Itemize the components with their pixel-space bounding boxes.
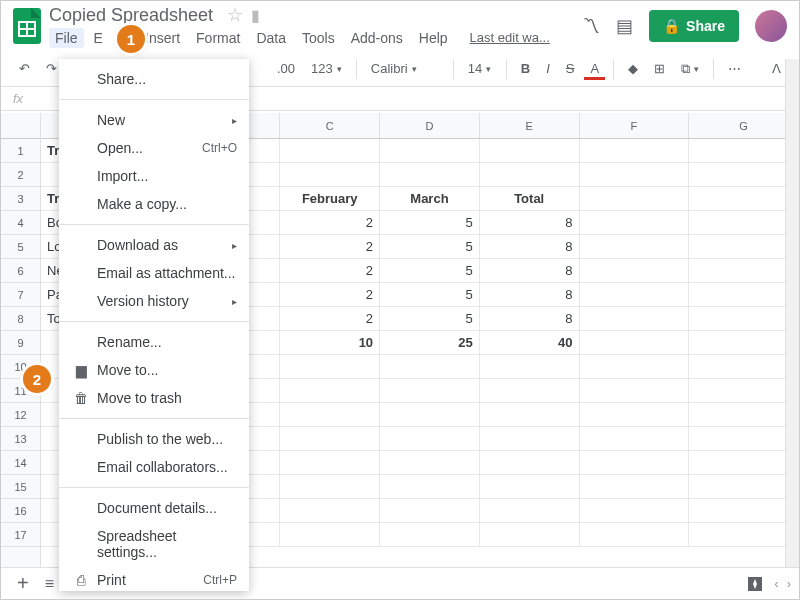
menu-data[interactable]: Data: [250, 28, 292, 48]
merge-button[interactable]: ⧉: [675, 57, 705, 81]
scroll-left-button[interactable]: ‹: [774, 576, 778, 591]
col-header[interactable]: E: [480, 113, 580, 138]
strike-button[interactable]: S: [560, 57, 581, 80]
cell[interactable]: 8: [480, 307, 580, 331]
last-edit-link[interactable]: Last edit wa...: [464, 28, 556, 48]
italic-button[interactable]: I: [540, 57, 556, 80]
font-family-select[interactable]: Calibri: [365, 57, 445, 80]
row-header[interactable]: 15: [1, 475, 40, 499]
row-header[interactable]: 9: [1, 331, 40, 355]
menu-help[interactable]: Help: [413, 28, 454, 48]
document-title[interactable]: Copied Spreadsheet: [49, 5, 213, 25]
cell[interactable]: 10: [280, 331, 380, 355]
cell[interactable]: 8: [480, 235, 580, 259]
folder-icon[interactable]: ▮: [251, 6, 260, 25]
avatar[interactable]: [755, 10, 787, 42]
vertical-scrollbar-track[interactable]: [785, 59, 799, 567]
comments-icon[interactable]: ▤: [616, 15, 633, 37]
menu-print[interactable]: ⎙PrintCtrl+P: [59, 566, 249, 594]
menu-insert[interactable]: Insert: [139, 28, 186, 48]
cell[interactable]: 8: [480, 259, 580, 283]
cell[interactable]: 40: [480, 331, 580, 355]
cell[interactable]: 5: [380, 307, 480, 331]
cell[interactable]: 5: [380, 211, 480, 235]
menu-tools[interactable]: Tools: [296, 28, 341, 48]
text-color-button[interactable]: A: [584, 57, 605, 80]
menu-docdetails[interactable]: Document details...: [59, 494, 249, 522]
col-header[interactable]: F: [580, 113, 690, 138]
row-header[interactable]: 4: [1, 211, 40, 235]
cell[interactable]: 2: [280, 283, 380, 307]
row-header[interactable]: 7: [1, 283, 40, 307]
cell[interactable]: 5: [380, 235, 480, 259]
row-header[interactable]: 12: [1, 403, 40, 427]
menu-open[interactable]: Open...Ctrl+O: [59, 134, 249, 162]
menu-publish[interactable]: Publish to the web...: [59, 425, 249, 453]
cell[interactable]: 25: [380, 331, 480, 355]
add-sheet-button[interactable]: +: [9, 572, 37, 595]
row-header[interactable]: 13: [1, 427, 40, 451]
cell[interactable]: 2: [280, 211, 380, 235]
row-header[interactable]: 2: [1, 163, 40, 187]
col-header[interactable]: C: [280, 113, 380, 138]
more-toolbar-button[interactable]: ⋯: [722, 57, 747, 80]
row-header[interactable]: 5: [1, 235, 40, 259]
cell[interactable]: March: [380, 187, 480, 211]
file-menu-dropdown: Share... New▸ Open...Ctrl+O Import... Ma…: [59, 59, 249, 591]
scroll-right-button[interactable]: ›: [787, 576, 791, 591]
cell[interactable]: 2: [280, 259, 380, 283]
row-header[interactable]: 8: [1, 307, 40, 331]
number-format-button[interactable]: 123: [305, 57, 348, 80]
select-all-corner[interactable]: [1, 113, 40, 139]
activity-icon[interactable]: 〽: [582, 16, 600, 37]
row-header[interactable]: 6: [1, 259, 40, 283]
share-button[interactable]: 🔒 Share: [649, 10, 739, 42]
menu-edit-trunc[interactable]: E: [88, 28, 109, 48]
cell[interactable]: 5: [380, 283, 480, 307]
menu-addons[interactable]: Add-ons: [345, 28, 409, 48]
menu-import[interactable]: Import...: [59, 162, 249, 190]
fill-color-button[interactable]: ◆: [622, 57, 644, 80]
col-header[interactable]: G: [689, 113, 799, 138]
menu-file[interactable]: File: [49, 28, 84, 48]
lock-icon: 🔒: [663, 18, 680, 34]
menu-download[interactable]: Download as▸: [59, 231, 249, 259]
row-header[interactable]: 14: [1, 451, 40, 475]
row-header[interactable]: 17: [1, 523, 40, 547]
collapse-toolbar-button[interactable]: ᐱ: [766, 57, 787, 80]
menu-versionhistory[interactable]: Version history▸: [59, 287, 249, 315]
cell[interactable]: February: [280, 187, 380, 211]
explore-button[interactable]: [744, 573, 766, 595]
font-size-select[interactable]: 14: [462, 57, 498, 80]
callout-badge-1: 1: [117, 25, 145, 53]
menu-settings[interactable]: Spreadsheet settings...: [59, 522, 249, 566]
col-header[interactable]: D: [380, 113, 480, 138]
row-header[interactable]: 3: [1, 187, 40, 211]
bold-button[interactable]: B: [515, 57, 536, 80]
menu-emailcollab[interactable]: Email collaborators...: [59, 453, 249, 481]
folder-icon: ▆: [71, 362, 91, 378]
cell[interactable]: 2: [280, 307, 380, 331]
borders-button[interactable]: ⊞: [648, 57, 671, 80]
menu-format[interactable]: Format: [190, 28, 246, 48]
menu-new[interactable]: New▸: [59, 106, 249, 134]
decrease-decimal-button[interactable]: .00: [271, 57, 301, 80]
cell[interactable]: 8: [480, 211, 580, 235]
menu-emailattachment[interactable]: Email as attachment...: [59, 259, 249, 287]
menu-share[interactable]: Share...: [59, 65, 249, 93]
menu-makecopy[interactable]: Make a copy...: [59, 190, 249, 218]
cell[interactable]: 8: [480, 283, 580, 307]
menu-moveto[interactable]: ▆Move to...: [59, 356, 249, 384]
menu-rename[interactable]: Rename...: [59, 328, 249, 356]
star-icon[interactable]: ☆: [227, 4, 243, 26]
cell[interactable]: 5: [380, 259, 480, 283]
row-header[interactable]: 16: [1, 499, 40, 523]
menu-movetrash[interactable]: 🗑Move to trash: [59, 384, 249, 412]
undo-button[interactable]: ↶: [13, 57, 36, 80]
cell[interactable]: Total: [480, 187, 580, 211]
callout-badge-2: 2: [23, 365, 51, 393]
cell[interactable]: 2: [280, 235, 380, 259]
sheets-logo[interactable]: [13, 8, 41, 44]
row-header[interactable]: 1: [1, 139, 40, 163]
print-icon: ⎙: [71, 572, 91, 588]
